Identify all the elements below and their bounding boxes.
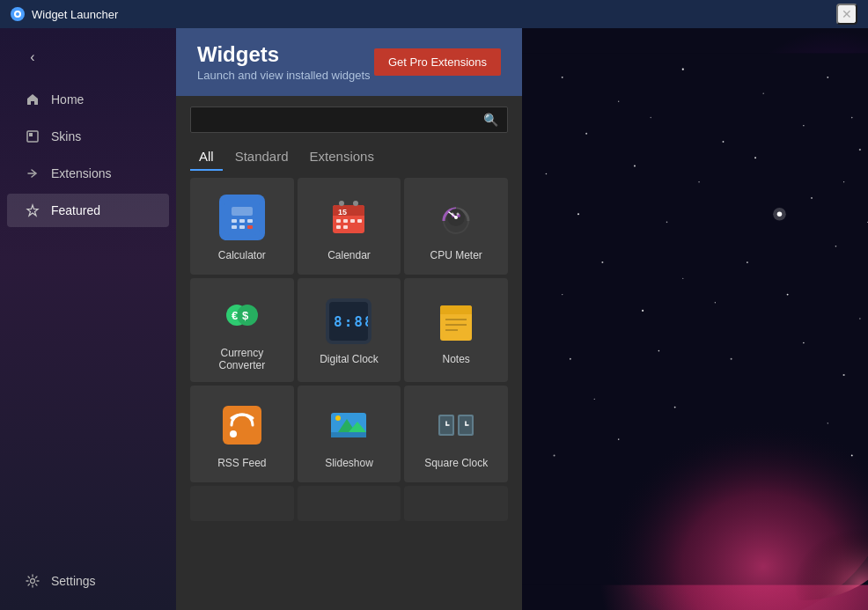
svg-point-30 bbox=[457, 213, 460, 216]
calendar-label: Calendar bbox=[327, 249, 371, 261]
widget-slideshow[interactable]: Slideshow bbox=[298, 386, 401, 482]
svg-point-90 bbox=[642, 310, 644, 312]
svg-point-69 bbox=[827, 77, 828, 78]
widget-grid: Calculator bbox=[176, 171, 522, 610]
extensions-icon bbox=[25, 165, 40, 181]
cpu-icon bbox=[433, 195, 479, 240]
app-title: Widget Launcher bbox=[32, 8, 118, 21]
sidebar-item-featured[interactable]: Featured bbox=[7, 194, 169, 227]
sidebar-item-home[interactable]: Home bbox=[7, 83, 169, 116]
sidebar-item-extensions[interactable]: Extensions bbox=[7, 157, 169, 190]
svg-point-77 bbox=[634, 165, 636, 166]
widget-grid-inner: Calculator bbox=[190, 178, 508, 521]
widget-square-clock[interactable]: Square Clock bbox=[404, 386, 508, 482]
app-icon bbox=[11, 7, 25, 21]
svg-point-16 bbox=[339, 201, 344, 206]
svg-rect-5 bbox=[224, 200, 260, 235]
svg-rect-21 bbox=[357, 219, 362, 223]
svg-point-102 bbox=[554, 454, 555, 456]
svg-point-64 bbox=[773, 208, 786, 221]
svg-rect-6 bbox=[232, 207, 253, 216]
svg-point-87 bbox=[747, 261, 748, 263]
skins-icon bbox=[25, 129, 40, 144]
sidebar-home-label: Home bbox=[51, 92, 84, 107]
svg-point-93 bbox=[859, 318, 860, 319]
close-button[interactable]: ✕ bbox=[836, 4, 857, 25]
get-pro-button[interactable]: Get Pro Extensions bbox=[374, 48, 501, 76]
svg-point-76 bbox=[546, 173, 548, 175]
widget-digital-clock[interactable]: 8:88 Digital Clock bbox=[298, 278, 401, 382]
svg-rect-9 bbox=[247, 219, 253, 223]
svg-point-96 bbox=[731, 358, 732, 360]
svg-point-46 bbox=[230, 430, 237, 437]
content-panel: Widgets Launch and view installed widget… bbox=[176, 28, 522, 610]
calendar-icon: 15 bbox=[326, 195, 371, 240]
currency-label: Currency Converter bbox=[201, 347, 283, 371]
svg-point-17 bbox=[353, 201, 358, 206]
svg-point-98 bbox=[842, 374, 844, 376]
svg-rect-20 bbox=[350, 219, 355, 223]
svg-point-89 bbox=[562, 294, 563, 295]
svg-point-100 bbox=[674, 407, 676, 408]
calculator-label: Calculator bbox=[218, 249, 266, 261]
search-input[interactable] bbox=[200, 113, 483, 127]
svg-rect-41 bbox=[440, 310, 472, 314]
svg-point-70 bbox=[851, 117, 853, 119]
widget-rss-feed[interactable]: RSS Feed bbox=[190, 386, 294, 482]
digital-clock-label: Digital Clock bbox=[320, 353, 379, 365]
tab-standard[interactable]: Standard bbox=[226, 143, 298, 171]
widget-empty-1 bbox=[190, 486, 294, 521]
rss-icon bbox=[219, 402, 265, 448]
widget-currency-converter[interactable]: € $ Currency Converter bbox=[190, 278, 294, 382]
svg-rect-12 bbox=[247, 225, 253, 229]
cpu-label: CPU Meter bbox=[430, 249, 482, 261]
titlebar: Widget Launcher ✕ bbox=[0, 0, 868, 28]
background-panel bbox=[522, 28, 868, 610]
search-bar: 🔍 bbox=[176, 96, 522, 136]
sidebar-item-skins[interactable]: Skins bbox=[7, 120, 169, 153]
svg-point-91 bbox=[715, 302, 716, 303]
settings-icon bbox=[25, 573, 40, 589]
svg-point-88 bbox=[835, 246, 837, 247]
sidebar-extensions-label: Extensions bbox=[51, 166, 111, 180]
svg-rect-3 bbox=[29, 133, 33, 136]
svg-rect-48 bbox=[331, 432, 366, 437]
page-title: Widgets bbox=[197, 42, 371, 67]
square-clock-icon bbox=[433, 402, 479, 448]
svg-rect-7 bbox=[232, 219, 237, 223]
featured-icon bbox=[25, 202, 40, 218]
svg-point-97 bbox=[803, 342, 804, 343]
sidebar-skins-label: Skins bbox=[51, 129, 81, 143]
widget-cpu-meter[interactable]: CPU Meter bbox=[404, 178, 508, 275]
svg-point-71 bbox=[585, 133, 587, 135]
widget-calculator[interactable]: Calculator bbox=[190, 178, 294, 275]
back-button[interactable]: ‹ bbox=[7, 40, 169, 74]
slideshow-label: Slideshow bbox=[325, 457, 373, 469]
tab-extensions[interactable]: Extensions bbox=[301, 143, 383, 171]
svg-point-1 bbox=[16, 12, 19, 16]
svg-rect-19 bbox=[343, 219, 348, 223]
svg-rect-45 bbox=[223, 406, 261, 445]
home-icon bbox=[25, 92, 40, 107]
svg-point-79 bbox=[754, 157, 756, 158]
main-layout: ‹ Home Skins bbox=[0, 28, 868, 610]
svg-point-32 bbox=[454, 216, 458, 219]
svg-point-74 bbox=[803, 125, 804, 126]
search-container: 🔍 bbox=[190, 107, 508, 133]
sidebar-item-settings[interactable]: Settings bbox=[7, 564, 169, 598]
widget-calendar[interactable]: 15 Calendar bbox=[298, 178, 401, 275]
widget-notes[interactable]: Notes bbox=[404, 278, 508, 382]
notes-icon bbox=[433, 298, 479, 344]
svg-point-65 bbox=[562, 77, 563, 78]
calculator-icon bbox=[219, 195, 265, 240]
svg-text:$: $ bbox=[242, 309, 249, 322]
svg-rect-22 bbox=[336, 225, 341, 229]
svg-point-72 bbox=[651, 117, 651, 118]
search-icon: 🔍 bbox=[483, 113, 498, 127]
svg-point-103 bbox=[828, 423, 828, 423]
page-subtitle: Launch and view installed widgets bbox=[197, 69, 371, 82]
notes-label: Notes bbox=[442, 353, 469, 365]
svg-point-83 bbox=[811, 197, 813, 199]
tab-all[interactable]: All bbox=[190, 143, 223, 171]
content-header: Widgets Launch and view installed widget… bbox=[176, 28, 522, 96]
